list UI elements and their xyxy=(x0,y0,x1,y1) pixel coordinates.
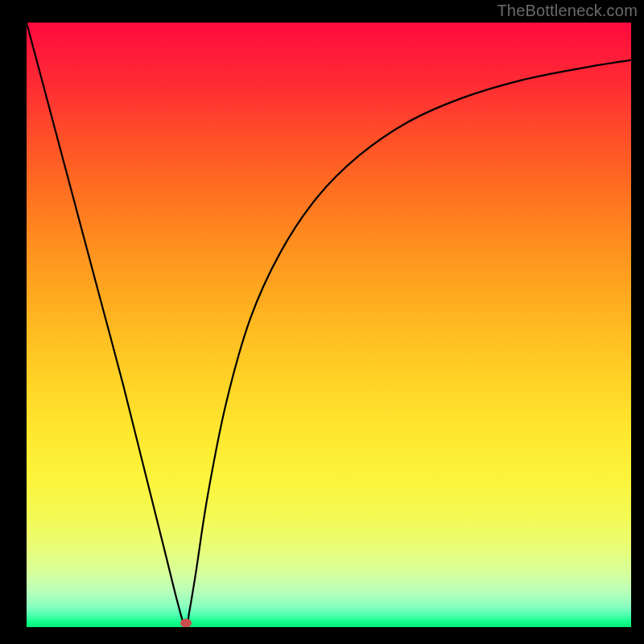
optimum-marker xyxy=(180,619,192,627)
curve-svg xyxy=(27,23,631,627)
watermark-text: TheBottleneck.com xyxy=(497,2,638,20)
plot-area xyxy=(27,23,631,627)
bottleneck-curve xyxy=(27,23,631,627)
chart-frame: TheBottleneck.com xyxy=(0,0,644,644)
